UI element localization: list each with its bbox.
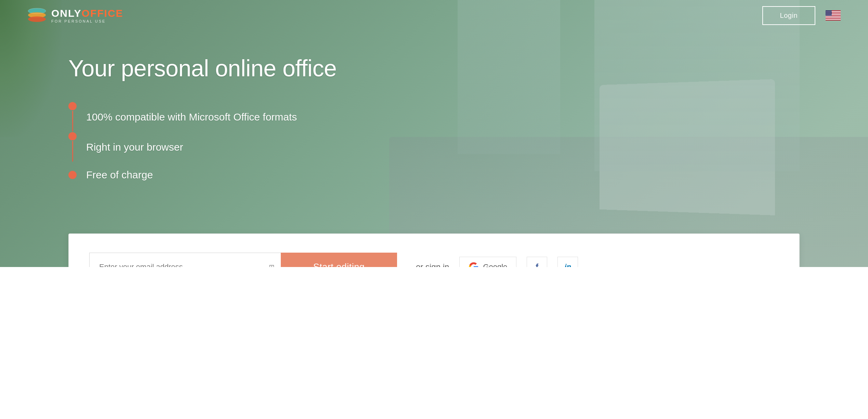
feature-text: Free of charge bbox=[86, 162, 153, 188]
feature-text: Right in your browser bbox=[86, 135, 183, 160]
feature-item: Right in your browser bbox=[68, 132, 337, 162]
start-editing-button[interactable]: Start editing bbox=[281, 253, 397, 267]
feature-dot bbox=[68, 171, 77, 179]
svg-text:★★★★★★: ★★★★★★ bbox=[826, 14, 832, 15]
hero-image-area bbox=[355, 0, 868, 267]
feature-text: 100% compatible with Microsoft Office fo… bbox=[86, 104, 297, 130]
svg-point-2 bbox=[28, 16, 46, 22]
feature-item: Free of charge bbox=[68, 162, 337, 188]
or-signin-section: or sign in Google f bbox=[416, 257, 578, 267]
feature-list: 100% compatible with Microsoft Office fo… bbox=[68, 102, 337, 188]
linkedin-icon: in bbox=[565, 263, 571, 267]
login-button[interactable]: Login bbox=[762, 6, 815, 25]
email-input[interactable] bbox=[89, 253, 281, 267]
or-sign-in-label: or sign in bbox=[416, 262, 449, 267]
navbar: ONLYOFFICE FOR PERSONAL USE Login bbox=[0, 0, 868, 31]
svg-rect-9 bbox=[826, 17, 841, 18]
hero-title: Your personal online office bbox=[68, 55, 337, 81]
feature-item: 100% compatible with Microsoft Office fo… bbox=[68, 102, 337, 132]
email-icon: ⊞ bbox=[269, 263, 275, 267]
email-input-wrapper: ⊞ bbox=[89, 253, 281, 267]
logo-brand-name: ONLYOFFICE bbox=[51, 8, 123, 19]
page-bottom bbox=[0, 267, 868, 419]
feature-indicator bbox=[68, 132, 77, 162]
svg-rect-10 bbox=[826, 19, 841, 20]
logo-text: ONLYOFFICE FOR PERSONAL USE bbox=[51, 8, 123, 23]
feature-dot bbox=[68, 102, 77, 110]
feature-connector-line bbox=[72, 111, 73, 131]
feature-indicator bbox=[68, 102, 77, 132]
feature-connector-line bbox=[72, 141, 73, 162]
google-signin-button[interactable]: Google bbox=[459, 257, 516, 267]
logo-tagline: FOR PERSONAL USE bbox=[51, 19, 123, 23]
feature-indicator bbox=[68, 171, 77, 179]
facebook-signin-button[interactable]: f bbox=[527, 257, 547, 267]
google-label: Google bbox=[483, 263, 507, 267]
facebook-icon: f bbox=[536, 262, 538, 267]
hero-content: Your personal online office 100% compati… bbox=[68, 55, 337, 188]
google-icon bbox=[469, 262, 479, 267]
logo-icon bbox=[27, 8, 47, 23]
signup-input-row: ⊞ Start editing or sign in bbox=[89, 253, 779, 267]
svg-rect-8 bbox=[826, 16, 841, 16]
signup-card: ⊞ Start editing or sign in bbox=[68, 233, 800, 267]
feature-dot bbox=[68, 132, 77, 140]
logo: ONLYOFFICE FOR PERSONAL USE bbox=[27, 8, 123, 23]
nav-right: Login ★★★★★★ ★★★★★ ★★★★★★ bbox=[762, 6, 841, 25]
linkedin-signin-button[interactable]: in bbox=[557, 257, 578, 267]
hero-section: ONLYOFFICE FOR PERSONAL USE Login bbox=[0, 0, 868, 267]
language-flag[interactable]: ★★★★★★ ★★★★★ ★★★★★★ bbox=[826, 10, 841, 21]
